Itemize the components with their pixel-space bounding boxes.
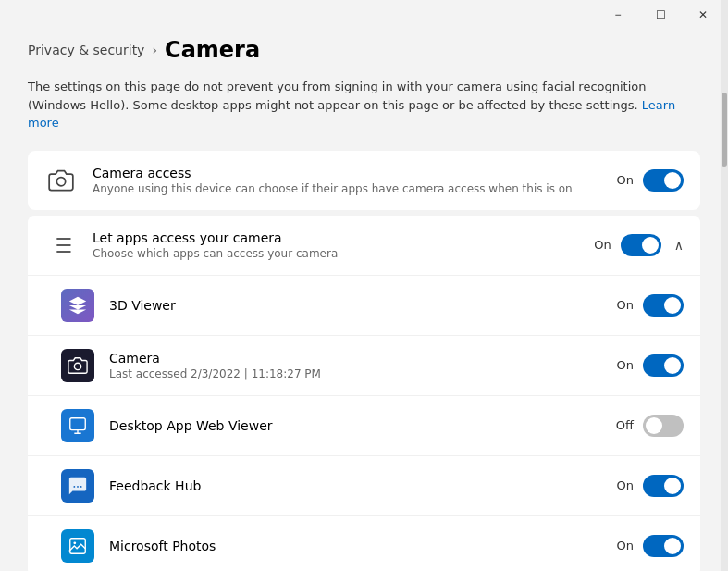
microsoft-photos-toggle[interactable] (643, 535, 684, 557)
scrollbar-thumb[interactable] (722, 93, 727, 167)
desktop-web-viewer-control: Off (616, 415, 684, 437)
camera-access-icon (44, 164, 78, 197)
camera-access-control: On (617, 169, 684, 192)
svg-point-9 (73, 541, 76, 544)
let-apps-subtitle: Choose which apps can access your camera (93, 247, 579, 260)
3d-viewer-icon (61, 289, 94, 322)
feedback-hub-control: On (617, 475, 684, 497)
camera-access-subtitle: Anyone using this device can choose if t… (93, 182, 602, 195)
camera-access-text: Camera access Anyone using this device c… (93, 166, 602, 195)
camera-access-status: On (617, 173, 634, 187)
feedback-hub-toggle[interactable] (643, 475, 684, 497)
let-apps-control: On ∧ (594, 234, 684, 256)
app-row-microsoft-photos: Microsoft Photos On (28, 516, 700, 572)
microsoft-photos-icon (61, 529, 94, 563)
camera-app-subtitle: Last accessed 2/3/2022 | 11:18:27 PM (109, 367, 602, 380)
microsoft-photos-status: On (617, 539, 634, 552)
let-apps-status: On (594, 238, 611, 252)
scrollbar[interactable] (721, 0, 728, 571)
desktop-web-viewer-status: Off (616, 418, 634, 432)
let-apps-toggle[interactable] (621, 234, 661, 256)
page-description: The settings on this page do not prevent… (28, 78, 700, 132)
camera-app-text: Camera Last accessed 2/3/2022 | 11:18:27… (109, 351, 602, 380)
let-apps-text: Let apps access your camera Choose which… (93, 230, 579, 260)
svg-point-7 (74, 363, 80, 369)
microsoft-photos-title: Microsoft Photos (109, 539, 602, 553)
app-row-desktop-web-viewer: Desktop App Web Viewer Off (28, 396, 700, 456)
camera-app-icon (61, 349, 94, 382)
desktop-web-viewer-title: Desktop App Web Viewer (109, 418, 601, 433)
let-apps-icon (44, 229, 78, 262)
breadcrumb: Privacy & security › Camera (28, 37, 700, 63)
minimize-button[interactable]: − (597, 0, 639, 30)
camera-app-status: On (617, 358, 634, 372)
svg-rect-8 (70, 417, 86, 429)
3d-viewer-text: 3D Viewer (109, 298, 602, 313)
3d-viewer-toggle[interactable] (643, 294, 684, 317)
settings-container: Camera access Anyone using this device c… (28, 151, 700, 572)
title-bar: − ☐ ✕ (0, 0, 728, 30)
let-apps-card: Let apps access your camera Choose which… (28, 216, 700, 572)
camera-access-row: Camera access Anyone using this device c… (28, 151, 700, 210)
camera-app-toggle[interactable] (643, 354, 684, 377)
camera-access-title: Camera access (93, 166, 602, 180)
camera-access-toggle[interactable] (643, 169, 684, 192)
app-row-feedback-hub: Feedback Hub On (28, 456, 700, 516)
3d-viewer-title: 3D Viewer (109, 298, 602, 313)
let-apps-chevron[interactable]: ∧ (674, 238, 684, 253)
desktop-web-viewer-icon (61, 409, 94, 442)
desktop-web-viewer-toggle[interactable] (643, 415, 684, 437)
feedback-hub-icon (61, 469, 94, 503)
desktop-web-viewer-text: Desktop App Web Viewer (109, 418, 601, 433)
3d-viewer-control: On (617, 294, 684, 317)
svg-point-0 (56, 177, 65, 185)
feedback-hub-title: Feedback Hub (109, 478, 602, 493)
let-apps-row: Let apps access your camera Choose which… (28, 216, 700, 276)
maximize-button[interactable]: ☐ (639, 0, 682, 30)
microsoft-photos-control: On (617, 535, 684, 557)
let-apps-title: Let apps access your camera (93, 230, 579, 245)
camera-app-title: Camera (109, 351, 602, 366)
app-row-3d-viewer: 3D Viewer On (28, 276, 700, 336)
app-row-camera: Camera Last accessed 2/3/2022 | 11:18:27… (28, 336, 700, 396)
3d-viewer-status: On (617, 298, 634, 312)
camera-app-control: On (617, 354, 684, 377)
breadcrumb-separator: › (152, 43, 157, 57)
camera-access-card: Camera access Anyone using this device c… (28, 151, 700, 210)
feedback-hub-status: On (617, 478, 634, 492)
feedback-hub-text: Feedback Hub (109, 478, 602, 493)
breadcrumb-current: Camera (165, 37, 260, 63)
main-content: Privacy & security › Camera The settings… (0, 37, 728, 571)
breadcrumb-parent[interactable]: Privacy & security (28, 43, 144, 57)
microsoft-photos-text: Microsoft Photos (109, 539, 602, 553)
close-button[interactable]: ✕ (682, 0, 724, 30)
